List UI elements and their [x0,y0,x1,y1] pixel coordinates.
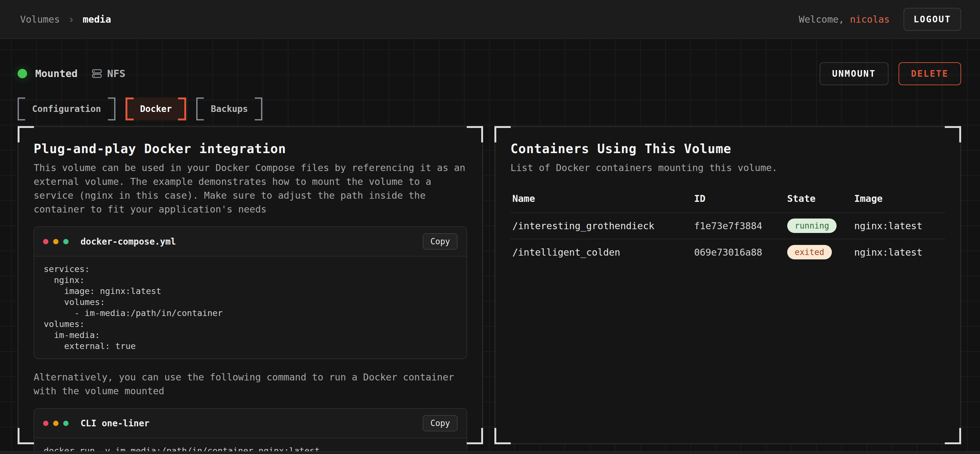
column-header-id: ID [694,193,787,204]
corner-bracket [18,428,34,444]
container-image: nginx:latest [854,247,945,258]
corner-bracket [945,126,961,143]
corner-bracket [467,126,483,143]
table-row: /interesting_grothendieck f1e73e7f3884 r… [511,212,945,239]
main-content: Mounted NFS UNMOUNT DELETE Configuration… [0,39,980,454]
mounted-status-label: Mounted [35,68,78,79]
cli-code-card-header: CLI one-liner Copy [34,409,466,438]
unmount-button[interactable]: UNMOUNT [819,62,888,85]
cli-intro-text: Alternatively, you can use the following… [33,370,467,398]
containers-panel-subtitle: List of Docker containers mounting this … [511,161,945,175]
compose-filename: docker-compose.yml [81,237,176,247]
volume-driver: NFS [92,68,126,79]
breadcrumb-volumes-link[interactable]: Volumes [20,14,60,25]
containers-table-header: Name ID State Image [511,193,945,212]
copy-compose-button[interactable]: Copy [423,233,458,250]
corner-bracket [467,428,483,444]
status-badge: running [787,219,837,233]
table-row: /intelligent_colden 069e73016a88 exited … [511,239,945,265]
cli-code-card: CLI one-liner Copy docker run -v im-medi… [33,408,467,454]
container-id: f1e73e7f3884 [694,221,787,232]
column-header-name: Name [512,193,694,204]
containers-table: Name ID State Image /interesting_grothen… [511,193,945,265]
copy-cli-button[interactable]: Copy [423,415,458,431]
docker-panel-description: This volume can be used in your Docker C… [33,161,467,216]
container-image: nginx:latest [854,221,945,232]
traffic-green-icon [63,239,68,244]
corner-bracket [945,428,961,444]
mounted-status-dot-icon [18,69,27,78]
status-row: Mounted NFS UNMOUNT DELETE [18,63,961,84]
traffic-lights-icon [43,421,68,426]
container-state-cell: exited [787,245,854,259]
corner-bracket [495,428,511,444]
traffic-red-icon [43,239,48,244]
volume-status: Mounted NFS [18,68,126,79]
column-header-state: State [787,193,854,204]
logout-button[interactable]: LOGOUT [904,8,961,31]
traffic-amber-icon [53,421,59,426]
cli-title: CLI one-liner [81,418,150,429]
container-name: /interesting_grothendieck [512,221,694,232]
tab-docker[interactable]: Docker [126,97,186,121]
compose-code-card: docker-compose.yml Copy services: nginx:… [33,226,467,359]
breadcrumb: Volumes › media [20,13,111,25]
tab-configuration[interactable]: Configuration [18,97,115,121]
driver-label: NFS [107,68,126,79]
traffic-amber-icon [53,239,59,244]
container-name: /intelligent_colden [512,247,694,258]
welcome-text: Welcome, nicolas [799,14,890,25]
docker-integration-panel: Plug-and-play Docker integration This vo… [18,126,483,444]
traffic-lights-icon [43,239,68,244]
container-id: 069e73016a88 [694,247,787,258]
docker-panel-title: Plug-and-play Docker integration [33,141,467,156]
username: nicolas [850,14,889,25]
column-header-image: Image [854,193,945,204]
server-stack-icon [92,68,102,79]
volume-actions: UNMOUNT DELETE [819,62,961,85]
traffic-red-icon [43,421,48,426]
corner-bracket [495,126,511,143]
top-bar: Volumes › media Welcome, nicolas LOGOUT [0,0,980,39]
delete-button[interactable]: DELETE [899,62,961,85]
breadcrumb-separator-icon: › [68,13,74,25]
breadcrumb-current-volume: media [83,14,111,25]
header-right: Welcome, nicolas LOGOUT [799,8,961,31]
mounted-status: Mounted [18,68,78,79]
welcome-prefix: Welcome, [799,14,850,25]
tab-bar: Configuration Docker Backups [18,97,961,121]
container-state-cell: running [787,219,854,233]
containers-panel-title: Containers Using This Volume [511,141,945,156]
containers-panel: Containers Using This Volume List of Doc… [495,126,961,444]
corner-bracket [18,126,34,143]
status-badge: exited [787,245,832,259]
footer-strip [0,451,980,454]
traffic-green-icon [63,421,68,426]
compose-code-card-header: docker-compose.yml Copy [34,227,466,257]
compose-code: services: nginx: image: nginx:latest vol… [34,257,466,359]
tab-backups[interactable]: Backups [196,97,262,121]
panels-row: Plug-and-play Docker integration This vo… [18,126,961,444]
